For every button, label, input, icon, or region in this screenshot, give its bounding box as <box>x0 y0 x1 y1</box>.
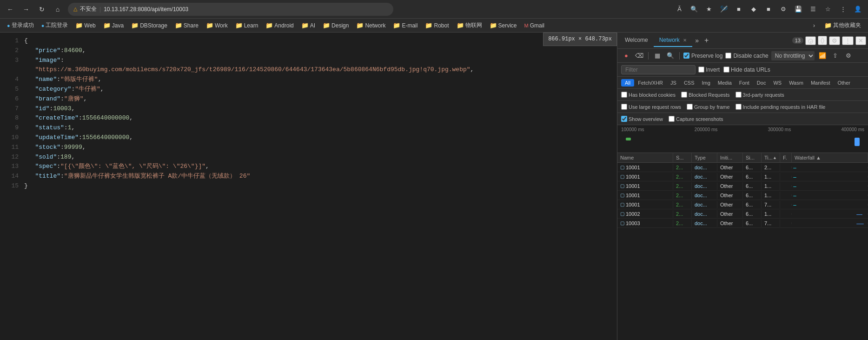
bookmark-denglu[interactable]: ● 登录成功 <box>4 20 37 31</box>
star-button[interactable]: ★ <box>702 3 716 16</box>
bookmark-network[interactable]: 📁 Network <box>353 20 389 30</box>
type-manifest[interactable]: Manifest <box>807 79 834 87</box>
bookmark-gmail[interactable]: M Gmail <box>521 21 548 30</box>
third-party-check[interactable]: 3rd-party requests <box>735 92 784 98</box>
blocked-requests-input[interactable] <box>681 92 687 98</box>
type-ws[interactable]: WS <box>769 79 785 87</box>
tab-network-close[interactable]: ✕ <box>683 38 687 43</box>
invert-checkbox[interactable]: Invert <box>698 67 720 73</box>
filter-toggle-button[interactable]: ▦ <box>652 51 663 61</box>
more-button[interactable]: ⋮ <box>836 3 849 16</box>
bookmark-web[interactable]: 📁 Web <box>72 20 99 30</box>
table-row[interactable]: ▢ 10001 2... doc... Other 6... 1... <box>617 172 868 181</box>
browser-ext3[interactable]: ◆ <box>747 3 760 16</box>
type-font[interactable]: Font <box>735 79 753 87</box>
bookmark-ai[interactable]: 📁 AI <box>298 20 318 30</box>
upload-button[interactable]: ⇧ <box>830 51 841 61</box>
show-overview-check[interactable]: Show overview <box>621 116 663 122</box>
more-bookmarks-button[interactable]: › <box>810 21 818 30</box>
type-all[interactable]: All <box>621 79 634 87</box>
table-row[interactable]: ▢ 10003 2... doc... Other 6... 7... <box>617 219 868 228</box>
th-waterfall[interactable]: Waterfall ▲ <box>792 153 868 162</box>
th-flag[interactable]: F. <box>780 153 792 162</box>
browser-ext2[interactable]: ■ <box>732 3 745 16</box>
hide-data-urls-checkbox[interactable]: Hide data URLs <box>723 67 770 73</box>
refresh-button[interactable]: ↻ <box>35 3 48 16</box>
table-row[interactable]: ▢ 10001 2... doc... Other 6... 2... <box>617 163 868 172</box>
disable-cache-checkbox[interactable]: Disable cache <box>725 53 768 59</box>
devtools-more-tabs[interactable]: » <box>692 37 702 44</box>
settings2-button[interactable]: ⚙ <box>843 51 854 61</box>
group-by-frame-input[interactable] <box>687 104 693 110</box>
preserve-log-checkbox[interactable]: Preserve log <box>683 53 722 59</box>
back-button[interactable]: ← <box>4 3 17 16</box>
type-doc[interactable]: Doc <box>753 79 770 87</box>
devtools-device-button[interactable]: 〈〉 <box>818 36 827 45</box>
preserve-log-input[interactable] <box>683 53 689 59</box>
type-fetch-xhr[interactable]: Fetch/XHR <box>634 79 667 87</box>
tab-network[interactable]: Network ✕ <box>654 34 692 47</box>
bookmark2-button[interactable]: ☆ <box>822 3 835 16</box>
show-overview-input[interactable] <box>621 116 627 122</box>
bookmark-work[interactable]: 📁 Work <box>203 20 231 30</box>
group-by-frame-check[interactable]: Group by frame <box>687 104 729 110</box>
throttle-select[interactable]: No throttling <box>771 51 815 60</box>
devtools-add-tab[interactable]: + <box>702 36 711 45</box>
disable-cache-input[interactable] <box>725 53 731 59</box>
third-party-input[interactable] <box>735 92 742 98</box>
th-status[interactable]: S... <box>673 153 692 162</box>
tab-welcome[interactable]: Welcome <box>619 34 654 47</box>
th-size[interactable]: Si... <box>743 153 762 162</box>
th-initiator[interactable]: Initi... <box>717 153 743 162</box>
hide-data-urls-input[interactable] <box>723 67 729 73</box>
devtools-more-button[interactable]: ⋮ <box>842 36 854 45</box>
bookmark-learn[interactable]: 📁 Learn <box>232 20 262 30</box>
filter-input[interactable] <box>621 65 696 74</box>
blocked-cookies-check[interactable]: Has blocked cookies <box>621 92 676 98</box>
table-row[interactable]: ▢ 10001 2... doc... Other 6... 1... <box>617 181 868 191</box>
table-row[interactable]: ▢ 10002 2... doc... Other 6... 1... <box>617 209 868 219</box>
type-js[interactable]: JS <box>667 79 680 87</box>
bookmark-gongyuan[interactable]: ● 工院登录 <box>38 20 72 31</box>
browser-ext4[interactable]: ■ <box>762 3 775 16</box>
type-css[interactable]: CSS <box>680 79 698 87</box>
search-toggle-button[interactable]: 🔍 <box>665 51 676 61</box>
include-pending-input[interactable] <box>735 104 742 110</box>
forward-button[interactable]: → <box>20 3 33 16</box>
clear-button[interactable]: ⌫ <box>634 51 644 61</box>
capture-screenshots-input[interactable] <box>669 116 675 122</box>
large-rows-input[interactable] <box>621 104 627 110</box>
th-type[interactable]: Type <box>692 153 717 162</box>
th-name[interactable]: Name <box>617 153 673 162</box>
invert-input[interactable] <box>698 67 704 73</box>
search-button[interactable]: 🔍 <box>688 3 701 16</box>
bookmark-android[interactable]: 📁 Android <box>262 20 297 30</box>
bookmark-share[interactable]: 📁 Share <box>172 20 202 30</box>
blocked-cookies-input[interactable] <box>621 92 627 98</box>
bookmark-service[interactable]: 📁 Service <box>486 20 520 30</box>
type-other[interactable]: Other <box>834 79 854 87</box>
large-rows-check[interactable]: Use large request rows <box>621 104 681 110</box>
home-button[interactable]: ⌂ <box>51 3 64 16</box>
bookmark-design[interactable]: 📁 Design <box>319 20 352 30</box>
table-row[interactable]: ▢ 10001 2... doc... Other 6... 1... <box>617 191 868 200</box>
settings-button[interactable]: ⚙ <box>777 3 790 16</box>
record-button[interactable]: ● <box>621 51 631 61</box>
bookmark-other[interactable]: 📁 其他收藏夹 <box>821 20 864 31</box>
bookmark-button[interactable]: ☰ <box>807 3 820 16</box>
th-time[interactable]: Ti... <box>762 153 780 162</box>
bookmark-dbstorage[interactable]: 📁 DBStorage <box>128 20 171 30</box>
bookmark-wulianwang[interactable]: 📁 物联网 <box>453 20 485 31</box>
include-pending-check[interactable]: Include pending requests in HAR file <box>735 104 826 110</box>
type-wasm[interactable]: Wasm <box>785 79 807 87</box>
save-button[interactable]: 💾 <box>792 3 805 16</box>
bookmark-email[interactable]: 📁 E-mail <box>390 20 421 30</box>
table-row[interactable]: ▢ 10001 2... doc... Other 6... 7... <box>617 200 868 209</box>
bookmark-robot[interactable]: 📁 Robot <box>422 20 452 30</box>
devtools-close-button[interactable]: ✕ <box>855 36 866 45</box>
extensions-button[interactable]: 🪡 <box>717 3 730 16</box>
address-bar[interactable]: △ 不安全 | 10.13.167.28:8080/api/item/10003 <box>68 3 393 16</box>
devtools-settings-button[interactable]: ⚙ <box>829 36 840 45</box>
online-icon-button[interactable]: 📶 <box>817 51 828 61</box>
type-media[interactable]: Media <box>714 79 735 87</box>
